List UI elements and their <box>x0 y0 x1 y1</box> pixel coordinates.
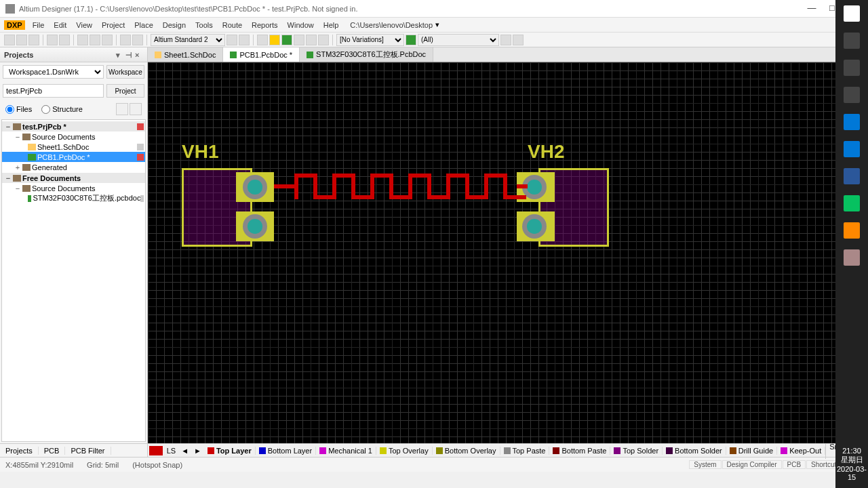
structure-radio[interactable]: Structure <box>41 105 83 114</box>
tray-app1-icon[interactable] <box>844 141 860 157</box>
layer-bot-paste[interactable]: Bottom Paste <box>549 447 610 455</box>
tb-poly-icon[interactable] <box>294 35 304 45</box>
tb-print-icon[interactable] <box>47 35 58 45</box>
layer-bot-overlay[interactable]: Bottom Overlay <box>433 447 500 455</box>
trace-right[interactable] <box>517 184 528 188</box>
refresh-icon[interactable] <box>116 103 128 115</box>
layer-bottom[interactable]: Bottom Layer <box>256 447 316 455</box>
tree-source-docs2[interactable]: −Source Documents <box>2 183 145 193</box>
menu-design[interactable]: Design <box>158 21 191 29</box>
tb-standard-select[interactable]: Altium Standard 2 <box>151 34 225 46</box>
serpentine-trace[interactable] <box>294 174 522 199</box>
menu-dxp[interactable]: DXP <box>4 20 25 30</box>
tb-cut-icon[interactable] <box>77 35 88 45</box>
tb-text-icon[interactable] <box>306 35 317 45</box>
menu-help[interactable]: Help <box>319 21 344 29</box>
tb-clear-icon[interactable] <box>513 35 524 45</box>
layer-top[interactable]: Top Layer <box>204 447 256 455</box>
layer-top-solder[interactable]: Top Solder <box>610 447 663 455</box>
tb-save-icon[interactable] <box>28 35 39 45</box>
menu-reports[interactable]: Reports <box>247 21 283 29</box>
tree-project[interactable]: −test.PrjPcb * <box>2 121 145 131</box>
project-button[interactable]: Project <box>106 84 144 98</box>
tray-clock[interactable]: 21:30星期日2020-03-15 <box>835 447 868 481</box>
tray-altium-icon[interactable] <box>844 249 860 266</box>
tray-edge-icon[interactable] <box>844 114 860 130</box>
tab-stm32[interactable]: STM32F030C8T6工控板.PcbDoc <box>300 47 433 62</box>
menu-place[interactable]: Place <box>130 21 158 29</box>
tray-cortana-icon[interactable] <box>844 60 860 76</box>
menu-edit[interactable]: Edit <box>49 21 71 29</box>
options-icon[interactable] <box>130 103 142 115</box>
tb-grid-icon[interactable] <box>226 35 237 45</box>
files-radio[interactable]: Files <box>5 105 32 114</box>
menu-view[interactable]: View <box>71 21 97 29</box>
tb-copy-icon[interactable] <box>90 35 100 45</box>
tb-via-icon[interactable] <box>269 35 280 45</box>
tree-stm32[interactable]: STM32F030C8T6工控板.pcbdoc <box>2 193 145 203</box>
tb-filter-select[interactable]: (All) <box>418 34 499 46</box>
btab-projects[interactable]: Projects <box>0 447 39 455</box>
component-vh2[interactable] <box>528 168 609 249</box>
menu-project[interactable]: Project <box>97 21 130 29</box>
tb-fill-icon[interactable] <box>281 35 292 45</box>
trace-left[interactable] <box>274 184 294 188</box>
tray-search-icon[interactable] <box>844 33 860 49</box>
layer-top-overlay[interactable]: Top Overlay <box>376 447 433 455</box>
layer-top-paste[interactable]: Top Paste <box>500 447 550 455</box>
component-vh1[interactable] <box>182 168 263 249</box>
workspace-button[interactable]: Workspace <box>106 65 144 79</box>
menu-file[interactable]: File <box>28 21 50 29</box>
tb-open-icon[interactable] <box>16 35 27 45</box>
status-system[interactable]: System <box>689 460 721 469</box>
workspace-select[interactable]: Workspace1.DsnWrk <box>3 65 104 79</box>
layer-ls[interactable]: LS <box>164 447 178 455</box>
tray-wechat-icon[interactable] <box>844 195 860 211</box>
panel-close-icon[interactable]: × <box>135 51 143 59</box>
panel-menu-icon[interactable]: ▾ <box>116 51 124 59</box>
project-tree[interactable]: −test.PrjPcb * −Source Documents Sheet1.… <box>1 119 146 442</box>
layer-keepout[interactable]: Keep-Out <box>777 447 825 455</box>
tray-app3-icon[interactable] <box>844 222 860 239</box>
tb-preview-icon[interactable] <box>59 35 70 45</box>
layer-drill[interactable]: Drill Guide <box>726 447 777 455</box>
status-bar: X:4855mil Y:2910mil Grid: 5mil (Hotspot … <box>0 457 868 472</box>
tab-pcb1[interactable]: PCB1.PcbDoc * <box>223 47 300 62</box>
minimize-button[interactable]: — <box>802 3 822 15</box>
layer-prev-icon[interactable]: ◄ <box>178 447 191 455</box>
menu-window[interactable]: Window <box>283 21 319 29</box>
tree-pcb1[interactable]: PCB1.PcbDoc * <box>2 152 145 162</box>
tb-new-icon[interactable] <box>4 35 15 45</box>
tray-app2-icon[interactable] <box>844 168 860 184</box>
tb-undo-icon[interactable] <box>120 35 131 45</box>
project-input[interactable] <box>3 84 104 98</box>
tb-comp-icon[interactable] <box>318 35 329 45</box>
tb-redo-icon[interactable] <box>132 35 143 45</box>
btab-pcb[interactable]: PCB <box>39 447 66 455</box>
layer-next-icon[interactable]: ► <box>191 447 204 455</box>
panel-pin-icon[interactable]: ⊣ <box>125 51 134 59</box>
pcb-canvas[interactable]: VH1 VH2 <box>148 62 868 443</box>
tab-sheet1[interactable]: Sheet1.SchDoc <box>148 47 223 62</box>
status-pcb[interactable]: PCB <box>783 460 806 469</box>
tb-flag-icon[interactable] <box>406 35 416 45</box>
menu-tools[interactable]: Tools <box>191 21 218 29</box>
tb-apply-icon[interactable] <box>500 35 511 45</box>
status-dc[interactable]: Design Compiler <box>722 460 782 469</box>
tray-taskview-icon[interactable] <box>844 87 860 103</box>
tree-generated[interactable]: +Generated <box>2 162 145 172</box>
tb-variation-select[interactable]: [No Variations] <box>336 34 404 46</box>
recent-path[interactable]: C:\Users\lenovo\Desktop <box>350 21 433 29</box>
layer-bot-solder[interactable]: Bottom Solder <box>663 447 726 455</box>
tree-sheet1[interactable]: Sheet1.SchDoc <box>2 142 145 152</box>
btab-pcbfilter[interactable]: PCB Filter <box>65 447 111 455</box>
menu-route[interactable]: Route <box>218 21 247 29</box>
tb-route-icon[interactable] <box>257 35 268 45</box>
tray-start-icon[interactable] <box>844 5 860 22</box>
layer-swatch[interactable] <box>149 446 163 455</box>
layer-mech[interactable]: Mechanical 1 <box>316 447 376 455</box>
tree-free-docs[interactable]: −Free Documents <box>2 173 145 183</box>
tb-paste-icon[interactable] <box>102 35 113 45</box>
tree-source-docs[interactable]: −Source Documents <box>2 131 145 142</box>
tb-layer-icon[interactable] <box>239 35 250 45</box>
